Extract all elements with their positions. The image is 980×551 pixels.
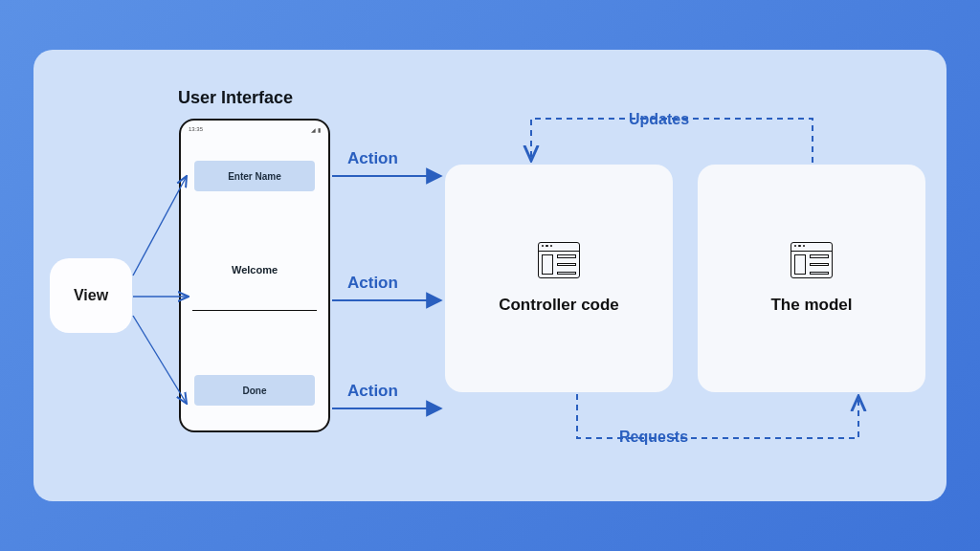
diagram-panel: View User Interface 13:35 ◢ ▮ Enter Name… — [33, 50, 947, 501]
phone-done-button: Done — [194, 375, 315, 406]
view-node: View — [50, 258, 132, 333]
phone-status-icons: ◢ ▮ — [311, 126, 321, 136]
action-label-3: Action — [347, 382, 398, 401]
phone-mockup: 13:35 ◢ ▮ Enter Name Welcome Done — [179, 119, 330, 432]
phone-status-bar: 13:35 ◢ ▮ — [189, 126, 321, 136]
view-label: View — [74, 287, 108, 304]
phone-divider — [192, 310, 317, 311]
window-icon — [791, 242, 833, 278]
model-card: The model — [698, 165, 925, 392]
phone-done-label: Done — [243, 386, 267, 396]
requests-label: Requests — [619, 429, 688, 446]
phone-time: 13:35 — [189, 126, 203, 136]
phone-enter-name-label: Enter Name — [228, 171, 281, 182]
controller-label: Controller code — [499, 296, 619, 315]
window-icon — [538, 242, 580, 278]
action-label-1: Action — [347, 149, 398, 168]
phone-welcome-text: Welcome — [181, 264, 328, 276]
phone-title: User Interface — [178, 88, 293, 108]
phone-enter-name-field: Enter Name — [194, 161, 315, 191]
model-label: The model — [770, 296, 852, 315]
updates-label: Updates — [629, 111, 689, 128]
action-label-2: Action — [347, 274, 398, 293]
controller-card: Controller code — [445, 165, 673, 392]
